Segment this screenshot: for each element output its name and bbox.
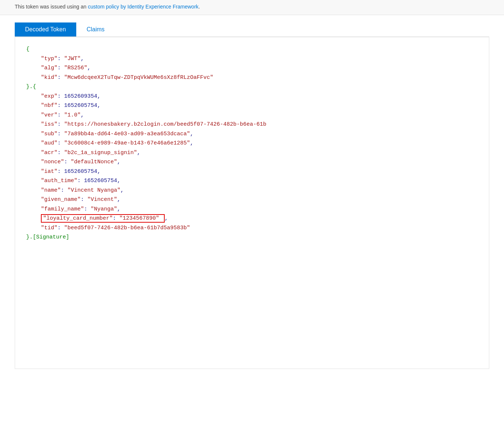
tab-content-decoded-token: { "typ": "JWT", "alg": "RS256", "kid": "… bbox=[15, 37, 489, 369]
tab-claims[interactable]: Claims bbox=[76, 22, 115, 36]
payload-field-tid: "tid": "beed5f07-7426-482b-b6ea-61b7d5a9… bbox=[26, 223, 478, 233]
payload-field-iss: "iss": "https://honesbakery.b2clogin.com… bbox=[26, 120, 478, 129]
payload-field-acr: "acr": "b2c_1a_signup_signin", bbox=[26, 148, 478, 158]
payload-field-nbf: "nbf": 1652605754, bbox=[26, 101, 478, 111]
tab-decoded-token[interactable]: Decoded Token bbox=[15, 22, 76, 36]
payload-field-ver: "ver": "1.0", bbox=[26, 111, 478, 120]
header-field-kid: "kid": "Mcw6dcqeeX2TuTqw-ZDTpqVkWUMe6sXz… bbox=[26, 73, 478, 83]
header-close-brace: }.{ bbox=[26, 82, 478, 92]
payload-field-exp: "exp": 1652609354, bbox=[26, 92, 478, 101]
payload-field-auth-time: "auth_time": 1652605754, bbox=[26, 176, 478, 186]
top-notice: This token was issued using an custom po… bbox=[0, 0, 504, 15]
payload-field-family-name: "family_name": "Nyanga", bbox=[26, 205, 478, 214]
notice-text: This token was issued using an bbox=[15, 4, 88, 10]
payload-field-sub: "sub": "7a89bb4a-dd64-4e03-ad09-a3ea653d… bbox=[26, 129, 478, 139]
payload-close-brace: }.[Signature] bbox=[26, 233, 478, 242]
notice-link[interactable]: custom policy by Identity Experience Fra… bbox=[88, 4, 198, 10]
payload-field-aud: "aud": "3c6008c4-e989-49ae-b143-67e46a6e… bbox=[26, 139, 478, 148]
payload-field-given-name: "given_name": "Vincent", bbox=[26, 195, 478, 205]
payload-field-iat: "iat": 1652605754, bbox=[26, 167, 478, 177]
tab-container: Decoded Token Claims { "typ": "JWT", "al… bbox=[15, 22, 489, 369]
header-field-typ: "typ": "JWT", bbox=[26, 54, 478, 64]
header-open-brace: { bbox=[26, 45, 478, 54]
tabs-row: Decoded Token Claims bbox=[15, 22, 489, 37]
json-block: { "typ": "JWT", "alg": "RS256", "kid": "… bbox=[26, 45, 478, 242]
notice-text-after: . bbox=[199, 4, 200, 10]
payload-field-nonce: "nonce": "defaultNonce", bbox=[26, 157, 478, 167]
header-field-alg: "alg": "RS256", bbox=[26, 63, 478, 73]
payload-field-name: "name": "Vincent Nyanga", bbox=[26, 186, 478, 195]
payload-field-loyalty-card: "loyalty_card_number": "1234567890" , bbox=[26, 214, 478, 223]
highlighted-loyalty-row: "loyalty_card_number": "1234567890" bbox=[41, 214, 165, 223]
